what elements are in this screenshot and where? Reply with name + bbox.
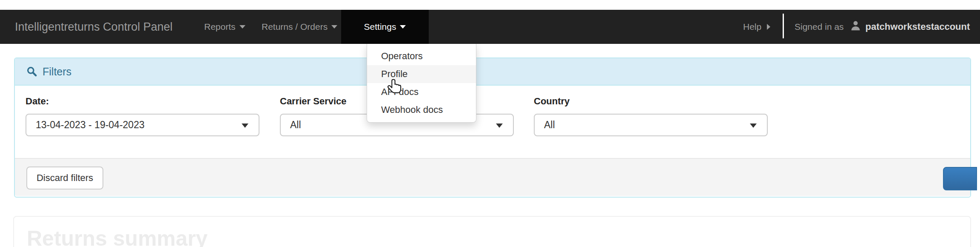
search-icon: [26, 66, 37, 77]
country-label: Country: [534, 96, 768, 107]
carrier-service-value: All: [290, 119, 301, 130]
filters-title: Filters: [43, 66, 71, 78]
date-range-value: 13-04-2023 - 19-04-2023: [36, 119, 145, 130]
caret-down-icon: [242, 124, 248, 128]
nav-item-label: Reports: [204, 10, 236, 44]
navbar-divider: [783, 14, 784, 38]
settings-dropdown-menu: Operators Profile API docs Webhook docs: [367, 44, 476, 123]
nav-item-label: Returns / Orders: [262, 10, 328, 44]
filters-panel-footer: Discard filters: [15, 158, 970, 196]
menu-item-profile[interactable]: Profile: [367, 65, 476, 83]
filters-panel-body: Date: 13-04-2023 - 19-04-2023 Carrier Se…: [15, 86, 970, 158]
caret-down-icon: [331, 25, 337, 29]
date-range-select[interactable]: 13-04-2023 - 19-04-2023: [26, 114, 259, 136]
app-title[interactable]: Intelligentreturns Control Panel: [15, 10, 173, 44]
country-value: All: [544, 119, 555, 130]
nav-item-reports[interactable]: Reports: [204, 10, 245, 44]
page: Intelligentreturns Control Panel Reports…: [0, 0, 980, 247]
nav-item-label: Settings: [364, 10, 396, 44]
filter-group-country: Country All: [534, 96, 768, 136]
caret-down-icon: [239, 25, 245, 29]
nav-item-returns-orders[interactable]: Returns / Orders: [262, 10, 337, 44]
returns-summary-panel: Returns summary: [13, 216, 971, 247]
returns-summary-title: Returns summary: [27, 226, 208, 247]
caret-right-icon: [767, 24, 770, 30]
menu-item-operators[interactable]: Operators: [367, 47, 476, 65]
nav-item-settings[interactable]: Settings: [341, 10, 429, 44]
filters-panel-header: Filters: [15, 58, 970, 86]
signed-in-label: Signed in as: [795, 22, 844, 32]
caret-down-icon: [400, 25, 406, 29]
username[interactable]: patchworkstestaccount: [866, 21, 970, 32]
user-icon: [850, 20, 861, 34]
filter-group-date: Date: 13-04-2023 - 19-04-2023: [26, 96, 259, 136]
filters-panel: Filters Date: 13-04-2023 - 19-04-2023 Ca…: [14, 57, 971, 198]
menu-item-webhook-docs[interactable]: Webhook docs: [367, 101, 476, 119]
country-select[interactable]: All: [534, 114, 768, 136]
date-label: Date:: [26, 96, 259, 107]
menu-item-api-docs[interactable]: API docs: [367, 83, 476, 101]
navbar: Intelligentreturns Control Panel Reports…: [0, 10, 980, 44]
caret-down-icon: [750, 124, 757, 128]
caret-down-icon: [496, 124, 503, 128]
nav-item-label: Help: [743, 10, 761, 44]
account-area: Signed in as patchworkstestaccount: [795, 10, 970, 44]
nav-item-help[interactable]: Help: [743, 10, 770, 44]
discard-filters-button[interactable]: Discard filters: [26, 167, 103, 190]
primary-action-button[interactable]: [943, 167, 977, 190]
